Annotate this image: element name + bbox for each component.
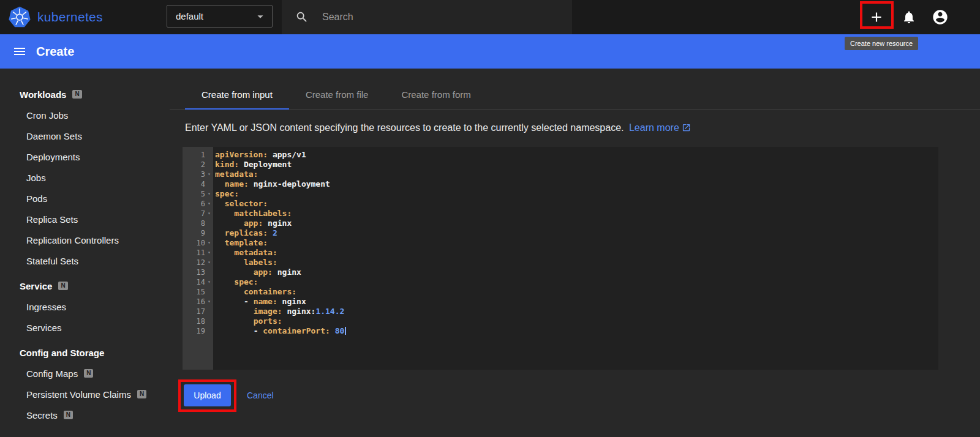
code-line[interactable]: app: nginx (215, 219, 938, 228)
section-label: Service (20, 281, 52, 291)
line-number: 12▾ (183, 258, 213, 267)
text-cursor (345, 327, 346, 335)
line-number: 18 (183, 316, 213, 326)
kubernetes-brand[interactable]: kubernetes (9, 6, 103, 29)
yaml-editor[interactable]: 123▾45▾6▾7▾8910▾11▾12▾1314▾1516▾171819 a… (183, 147, 938, 370)
line-number: 3▾ (183, 170, 213, 179)
code-line[interactable]: template: (215, 238, 938, 248)
code-line[interactable]: replicas: 2 (215, 228, 938, 238)
code-line[interactable]: ports: (215, 316, 938, 326)
chevron-down-icon (254, 10, 267, 23)
line-number: 8 (183, 219, 213, 228)
line-number: 16▾ (183, 297, 213, 307)
page-title: Create (36, 45, 74, 59)
code-line[interactable]: metadata: (215, 248, 938, 258)
fold-arrow-icon[interactable]: ▾ (205, 238, 213, 248)
brand-wordmark: kubernetes (37, 10, 103, 24)
search-bar[interactable] (282, 0, 572, 34)
tab-create-from-file[interactable]: Create from file (289, 80, 385, 109)
fold-arrow-icon[interactable]: ▾ (205, 248, 213, 258)
code-line[interactable]: - containerPort: 80 (215, 326, 938, 336)
line-number: 6▾ (183, 199, 213, 209)
external-link-icon (682, 123, 691, 132)
sidebar-item-pods[interactable]: Pods (0, 188, 170, 209)
code-line[interactable]: image: nginx:1.14.2 (215, 307, 938, 316)
sidebar-section-service: Service N (0, 275, 170, 296)
sidebar-item-persistent-volume-claims[interactable]: Persistent Volume Claims N (0, 384, 170, 405)
code-line[interactable]: matchLabels: (215, 209, 938, 219)
sidebar-item-stateful-sets[interactable]: Stateful Sets (0, 250, 170, 271)
learn-more-link[interactable]: Learn more (629, 122, 691, 133)
sidebar-item-deployments[interactable]: Deployments (0, 146, 170, 167)
namespace-selector[interactable]: default (167, 5, 273, 28)
main-content: Create from input Create from file Creat… (170, 69, 980, 437)
sidebar-item-daemon-sets[interactable]: Daemon Sets (0, 125, 170, 146)
line-number: 15 (183, 287, 213, 297)
create-tooltip: Create new resource (845, 37, 918, 50)
search-input[interactable] (321, 11, 529, 23)
namespaced-badge: N (64, 411, 73, 419)
account-button[interactable] (931, 8, 949, 26)
code-line[interactable]: spec: (215, 277, 938, 287)
sidebar-item-config-maps[interactable]: Config Maps N (0, 363, 170, 384)
line-number: 5▾ (183, 189, 213, 199)
sidebar-item-secrets[interactable]: Secrets N (0, 405, 170, 425)
plus-icon (869, 9, 884, 25)
code-line[interactable]: selector: (215, 199, 938, 209)
line-number: 10▾ (183, 238, 213, 248)
sidebar-section-config-and-storage: Config and Storage (0, 342, 170, 363)
upload-button[interactable]: Upload (184, 384, 231, 406)
namespaced-badge: N (84, 369, 93, 378)
sidebar-section-workloads: Workloads N (0, 84, 170, 105)
sidebar-item-ingresses[interactable]: Ingresses (0, 296, 170, 317)
section-label: Workloads (20, 89, 66, 100)
tab-create-from-form[interactable]: Create from form (385, 80, 487, 109)
create-new-resource-button[interactable] (867, 8, 886, 26)
code-line[interactable]: containers: (215, 287, 938, 297)
action-toolbar: Create (0, 34, 980, 69)
top-app-bar: kubernetes default (0, 0, 980, 34)
editor-code-area[interactable]: apiVersion: apps/v1kind: Deploymentmetad… (213, 147, 938, 370)
fold-arrow-icon[interactable]: ▾ (205, 297, 213, 307)
code-line[interactable]: labels: (215, 258, 938, 267)
code-line[interactable]: app: nginx (215, 267, 938, 277)
sidebar-item-replica-sets[interactable]: Replica Sets (0, 209, 170, 230)
search-icon (295, 10, 309, 24)
intro-text: Enter YAML or JSON content specifying th… (185, 122, 980, 133)
account-circle-icon (932, 9, 949, 26)
notifications-button[interactable] (900, 8, 918, 26)
code-line[interactable]: metadata: (215, 170, 938, 179)
code-line[interactable]: name: nginx-deployment (215, 179, 938, 189)
fold-arrow-icon[interactable]: ▾ (205, 209, 213, 219)
sidebar-item-jobs[interactable]: Jobs (0, 167, 170, 188)
sidebar-nav: Workloads N Cron Jobs Daemon Sets Deploy… (0, 69, 170, 437)
namespace-value: default (176, 11, 203, 21)
line-number: 17 (183, 307, 213, 316)
editor-gutter: 123▾45▾6▾7▾8910▾11▾12▾1314▾1516▾171819 (183, 147, 213, 370)
line-number: 1 (183, 150, 213, 160)
fold-arrow-icon[interactable]: ▾ (205, 189, 213, 199)
intro-sentence: Enter YAML or JSON content specifying th… (185, 122, 624, 133)
sidebar-item-services[interactable]: Services (0, 317, 170, 338)
namespaced-badge: N (137, 390, 146, 398)
fold-arrow-icon[interactable]: ▾ (205, 199, 213, 209)
line-number: 9 (183, 228, 213, 238)
tab-create-from-input[interactable]: Create from input (185, 80, 289, 109)
menu-button[interactable] (12, 43, 28, 59)
form-actions: Upload Cancel (184, 384, 980, 406)
code-line[interactable]: kind: Deployment (215, 160, 938, 170)
code-line[interactable]: - name: nginx (215, 297, 938, 307)
sidebar-item-cron-jobs[interactable]: Cron Jobs (0, 105, 170, 125)
line-number: 4 (183, 179, 213, 189)
line-number: 13 (183, 267, 213, 277)
fold-arrow-icon[interactable]: ▾ (205, 170, 213, 179)
namespaced-badge: N (72, 90, 81, 99)
fold-arrow-icon[interactable]: ▾ (205, 277, 213, 287)
hamburger-icon (12, 44, 27, 59)
line-number: 2 (183, 160, 213, 170)
sidebar-item-replication-controllers[interactable]: Replication Controllers (0, 230, 170, 250)
fold-arrow-icon[interactable]: ▾ (205, 258, 213, 267)
code-line[interactable]: apiVersion: apps/v1 (215, 150, 938, 160)
cancel-button[interactable]: Cancel (247, 390, 274, 400)
code-line[interactable]: spec: (215, 189, 938, 199)
